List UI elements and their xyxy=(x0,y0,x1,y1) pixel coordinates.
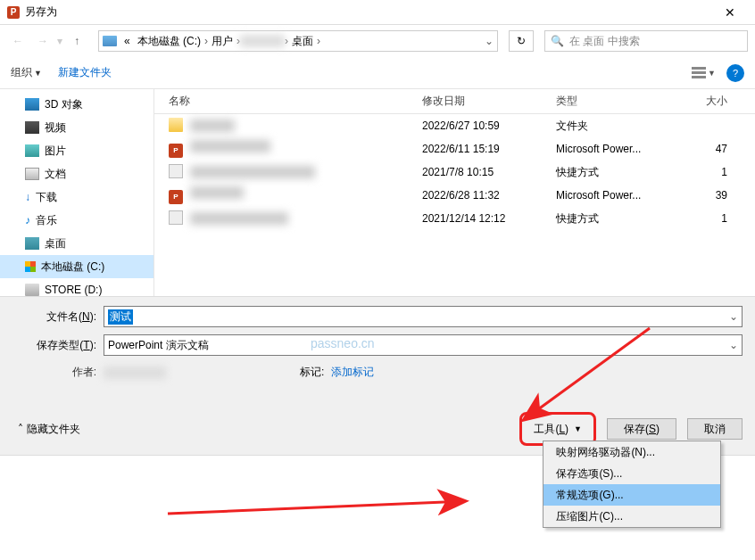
powerpoint-file-icon: P xyxy=(169,190,183,204)
search-placeholder: 在 桌面 中搜索 xyxy=(569,34,640,49)
close-button[interactable]: ✕ xyxy=(712,0,748,25)
address-bar[interactable]: « 本地磁盘 (C:) › 用户 › › 桌面 › ⌄ xyxy=(98,30,498,52)
documents-icon xyxy=(25,168,39,180)
file-row[interactable]: P 2022/6/11 15:19Microsoft Power...47 xyxy=(154,137,755,161)
help-button[interactable]: ? xyxy=(726,64,744,82)
powerpoint-file-icon: P xyxy=(169,144,183,158)
search-box[interactable]: 🔍 在 桌面 中搜索 xyxy=(544,30,748,52)
svg-rect-2 xyxy=(692,76,706,78)
savetype-select[interactable]: PowerPoint 演示文稿 ⌄ xyxy=(104,334,743,356)
navbar: ← → ▾ ↑ « 本地磁盘 (C:) › 用户 › › 桌面 › ⌄ ↻ 🔍 … xyxy=(0,25,755,57)
toolbar: 组织 ▼ 新建文件夹 ▼ ? xyxy=(0,57,755,89)
tools-dropdown: 映射网络驱动器(N)... 保存选项(S)... 常规选项(G)... 压缩图片… xyxy=(543,441,721,528)
powerpoint-icon: P xyxy=(7,6,20,19)
breadcrumb-c[interactable]: 本地磁盘 (C:) xyxy=(134,34,204,49)
tools-button[interactable]: 工具(L) ▼ xyxy=(525,417,591,441)
svg-rect-1 xyxy=(692,71,706,74)
bottom-panel: 文件名(N): 测试 ⌄ 保存类型(T): PowerPoint 演示文稿 ⌄ … xyxy=(0,296,755,455)
main-area: 3D 对象 视频 图片 文档 ↓下载 ♪音乐 桌面 本地磁盘 (C:) STOR… xyxy=(0,89,755,296)
sidebar-item-ddrive[interactable]: STORE (D:) xyxy=(0,278,153,296)
author-label: 作者: xyxy=(18,365,104,380)
disk-icon xyxy=(103,36,117,46)
file-row[interactable]: 2021/7/8 10:15快捷方式1 xyxy=(154,161,755,184)
chevron-up-icon: ˄ xyxy=(18,423,23,435)
pictures-icon xyxy=(25,144,39,157)
address-dropdown[interactable]: ⌄ xyxy=(485,35,494,47)
file-row[interactable]: 2022/6/27 10:59文件夹 xyxy=(154,114,755,137)
sidebar-item-downloads[interactable]: ↓下载 xyxy=(0,185,153,209)
breadcrumb-users[interactable]: 用户 xyxy=(208,34,236,49)
3d-icon xyxy=(25,98,39,111)
forward-button[interactable]: → xyxy=(32,30,54,52)
view-button[interactable]: ▼ xyxy=(692,67,716,79)
author-value-redacted[interactable] xyxy=(104,366,166,379)
sidebar-item-desktop[interactable]: 桌面 xyxy=(0,232,153,255)
titlebar: P 另存为 ✕ xyxy=(0,0,755,25)
savetype-dropdown-icon[interactable]: ⌄ xyxy=(729,339,738,351)
dd-save-options[interactable]: 保存选项(S)... xyxy=(543,463,720,484)
sidebar-item-pictures[interactable]: 图片 xyxy=(0,139,153,162)
savetype-label: 保存类型(T): xyxy=(18,338,104,353)
video-icon xyxy=(25,121,39,134)
sidebar-item-music[interactable]: ♪音乐 xyxy=(0,209,153,232)
col-type[interactable]: 类型 xyxy=(556,94,681,109)
windows-icon xyxy=(25,261,36,272)
dd-compress-pic[interactable]: 压缩图片(C)... xyxy=(543,506,720,527)
shortcut-icon xyxy=(169,164,183,178)
sidebar-item-cdrive[interactable]: 本地磁盘 (C:) xyxy=(0,255,153,278)
folder-icon xyxy=(169,118,183,132)
organize-button[interactable]: 组织 xyxy=(11,65,32,80)
filename-input[interactable]: 测试 ⌄ xyxy=(104,306,743,327)
shortcut-icon xyxy=(169,210,183,225)
file-row[interactable]: 2021/12/14 12:12快捷方式1 xyxy=(154,207,755,230)
sidebar: 3D 对象 视频 图片 文档 ↓下载 ♪音乐 桌面 本地磁盘 (C:) STOR… xyxy=(0,89,154,296)
refresh-button[interactable]: ↻ xyxy=(509,30,534,52)
dd-map-network[interactable]: 映射网络驱动器(N)... xyxy=(543,441,720,463)
newfolder-button[interactable]: 新建文件夹 xyxy=(58,65,112,80)
tags-label: 标记: xyxy=(300,365,331,380)
breadcrumb-redacted[interactable] xyxy=(240,35,285,47)
filename-dropdown-icon[interactable]: ⌄ xyxy=(729,310,738,323)
watermark: passneo.cn xyxy=(311,336,375,350)
window-title: 另存为 xyxy=(25,4,712,20)
file-header: 名称 修改日期 类型 大小 xyxy=(154,89,755,114)
breadcrumb-desktop[interactable]: 桌面 xyxy=(288,34,317,49)
col-name[interactable]: 名称 xyxy=(154,94,422,109)
sidebar-item-documents[interactable]: 文档 xyxy=(0,162,153,185)
file-row[interactable]: P 2022/6/28 11:32Microsoft Power...39 xyxy=(154,184,755,207)
downloads-icon: ↓ xyxy=(25,191,30,203)
sidebar-item-3d[interactable]: 3D 对象 xyxy=(0,93,153,116)
svg-rect-0 xyxy=(692,67,706,70)
dd-general-options[interactable]: 常规选项(G)... xyxy=(543,484,720,506)
file-list: 名称 修改日期 类型 大小 2022/6/27 10:59文件夹 P 2022/… xyxy=(154,89,755,296)
music-icon: ♪ xyxy=(25,214,30,226)
up-button[interactable]: ↑ xyxy=(66,30,87,52)
col-size[interactable]: 大小 xyxy=(681,94,734,109)
back-button[interactable]: ← xyxy=(7,30,29,52)
tags-input[interactable]: 添加标记 xyxy=(331,365,374,380)
save-button[interactable]: 保存(S) xyxy=(607,418,676,440)
col-date[interactable]: 修改日期 xyxy=(422,94,556,109)
cancel-button[interactable]: 取消 xyxy=(687,418,743,440)
chevron-down-icon: ▼ xyxy=(574,424,582,433)
search-icon: 🔍 xyxy=(551,35,564,47)
filename-label: 文件名(N): xyxy=(18,309,104,325)
hide-folders-toggle[interactable]: ˄ 隐藏文件夹 xyxy=(18,422,80,437)
desktop-icon xyxy=(25,237,39,250)
store-disk-icon xyxy=(25,284,39,296)
sidebar-item-video[interactable]: 视频 xyxy=(0,116,153,139)
